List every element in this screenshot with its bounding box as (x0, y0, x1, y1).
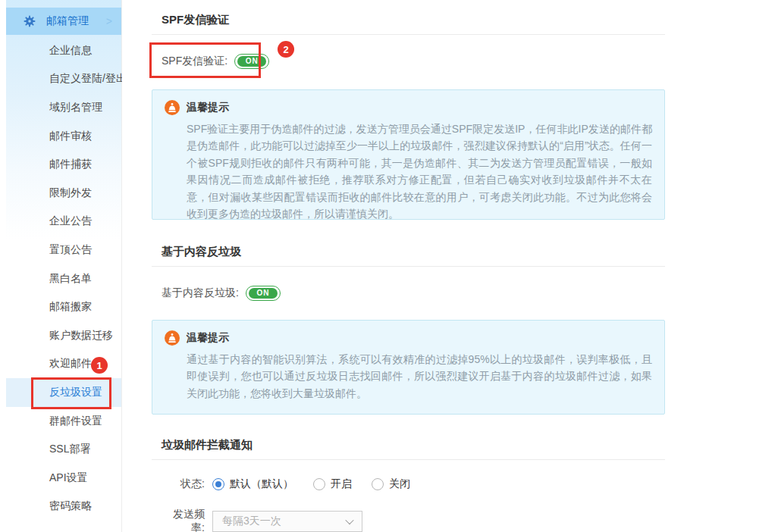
spf-tip-text: SPF验证主要用于伪造邮件的过滤，发送方管理员会通过SPF限定发送IP，任何非此… (165, 120, 652, 220)
status-row: 状态: 默认（默认） 开启 关闭 (152, 474, 665, 495)
sidebar-item-api-settings[interactable]: API设置 (6, 464, 121, 493)
sidebar-item-label: 域别名管理 (49, 101, 102, 114)
section-title-spf: SPF发信验证 (152, 12, 665, 27)
radio-enable[interactable]: 开启 (313, 477, 352, 491)
sidebar-item-pinned-announcement[interactable]: 置顶公告 (6, 236, 121, 264)
chevron-right-icon: > (106, 15, 121, 27)
sidebar-item-antispam-settings[interactable]: 反垃圾设置 (6, 378, 121, 407)
divider (152, 34, 665, 35)
sidebar-item-outbound-limit[interactable]: 限制外发 (6, 179, 121, 208)
sidebar-item-label: 企业信息 (49, 44, 92, 58)
sidebar-item-enterprise-info[interactable]: 企业信息 (6, 36, 121, 65)
sidebar-item-label: SSL部署 (49, 443, 90, 456)
sidebar-item-ssl-deploy[interactable]: SSL部署 (6, 435, 121, 464)
tip-title: 温馨提示 (187, 101, 229, 114)
sidebar-item-label: API设置 (49, 471, 88, 485)
sidebar-item-label: 限制外发 (49, 186, 92, 200)
sidebar-item-label: 群邮件设置 (49, 415, 102, 428)
frequency-select[interactable]: 每隔3天一次 (212, 511, 362, 532)
sidebar-item-label: 黑白名单 (49, 272, 92, 286)
sidebar-item-label: 密码策略 (49, 499, 92, 513)
sidebar: 邮箱管理 > 企业信息 自定义登陆/登出 域别名管理 邮件审核 邮件捕获 限制外… (6, 0, 122, 532)
section-title-intercept-notice: 垃圾邮件拦截通知 (152, 437, 665, 452)
sidebar-header-label: 邮箱管理 (46, 14, 89, 28)
sidebar-item-label: 邮件审核 (49, 130, 92, 143)
status-label: 状态: (162, 477, 205, 491)
content-antispam-toggle-switch[interactable]: ON (246, 286, 281, 301)
sidebar-item-custom-login[interactable]: 自定义登陆/登出 (6, 65, 121, 94)
spf-tip-box: 温馨提示 SPF验证主要用于伪造邮件的过滤，发送方管理员会通过SPF限定发送IP… (152, 89, 665, 220)
sidebar-item-blacklist-whitelist[interactable]: 黑白名单 (6, 264, 121, 293)
main-content: SPF发信验证 SPF发信验证: ON 温馨提示 SPF验证主要用于伪造邮件的过… (122, 0, 778, 532)
sidebar-item-label: 欢迎邮件 (49, 357, 92, 371)
sidebar-item-label: 账户数据迁移 (49, 329, 113, 343)
radio-label: 开启 (331, 477, 352, 491)
sidebar-item-mailbox-migration[interactable]: 邮箱搬家 (6, 293, 121, 321)
radio-disable[interactable]: 关闭 (372, 477, 410, 491)
chevron-down-icon (345, 516, 353, 524)
sidebar-item-label: 企业公告 (49, 214, 92, 228)
sidebar-item-mail-capture[interactable]: 邮件捕获 (6, 150, 121, 179)
content-antispam-toggle-label: 基于内容反垃圾: (162, 286, 239, 300)
toggle-on-state: ON (249, 288, 278, 299)
content-antispam-toggle-row: 基于内容反垃圾: ON (152, 283, 665, 304)
spf-toggle-row: SPF发信验证: ON (152, 51, 665, 72)
sidebar-item-group-mail-settings[interactable]: 群邮件设置 (6, 407, 121, 436)
sidebar-item-label: 邮箱搬家 (49, 300, 92, 314)
spf-toggle-switch[interactable]: ON (234, 54, 269, 69)
sidebar-item-welcome-mail[interactable]: 欢迎邮件 (6, 350, 121, 379)
radio-selected-icon[interactable] (212, 478, 224, 490)
divider (152, 266, 665, 267)
radio-unselected-icon[interactable] (372, 478, 384, 490)
sidebar-item-label: 置顶公告 (49, 243, 92, 257)
radio-label: 默认（默认） (230, 477, 293, 491)
divider (152, 459, 665, 460)
content-antispam-tip-box: 温馨提示 通过基于内容的智能识别算法，系统可以有效精准的过滤掉95%以上的垃圾邮… (152, 320, 665, 415)
status-radio-group: 默认（默认） 开启 关闭 (212, 477, 430, 491)
radio-default[interactable]: 默认（默认） (212, 477, 293, 491)
tip-lamp-icon (165, 330, 180, 346)
background-photo-strip (0, 0, 6, 532)
sidebar-item-mail-management[interactable]: 邮箱管理 > (6, 8, 121, 35)
content-antispam-tip-text: 通过基于内容的智能识别算法，系统可以有效精准的过滤掉95%以上的垃圾邮件，误判率… (165, 351, 652, 402)
section-title-content-antispam: 基于内容反垃圾 (152, 244, 665, 259)
radio-label: 关闭 (389, 477, 410, 491)
sidebar-item-label: 邮件捕获 (49, 158, 92, 171)
gear-icon (23, 14, 36, 28)
frequency-row: 发送频率: 每隔3天一次 (152, 511, 665, 532)
sidebar-item-account-data-migration[interactable]: 账户数据迁移 (6, 321, 121, 350)
toggle-on-state: ON (237, 56, 266, 67)
radio-unselected-icon[interactable] (313, 478, 325, 490)
sidebar-item-label: 自定义登陆/登出 (49, 72, 127, 86)
sidebar-item-mail-review[interactable]: 邮件审核 (6, 122, 121, 151)
sidebar-item-domain-alias[interactable]: 域别名管理 (6, 93, 121, 122)
spf-toggle-label: SPF发信验证: (162, 55, 227, 68)
sidebar-item-password-policy[interactable]: 密码策略 (6, 493, 121, 521)
tip-title: 温馨提示 (187, 331, 229, 345)
sidebar-item-label: 反垃圾设置 (49, 386, 102, 399)
sidebar-item-enterprise-announcement[interactable]: 企业公告 (6, 208, 121, 236)
sidebar-menu: 企业信息 自定义登陆/登出 域别名管理 邮件审核 邮件捕获 限制外发 企业公告 … (6, 36, 121, 521)
tip-lamp-icon (165, 100, 180, 115)
frequency-selected-value: 每隔3天一次 (222, 515, 347, 528)
frequency-label: 发送频率: (162, 508, 205, 532)
